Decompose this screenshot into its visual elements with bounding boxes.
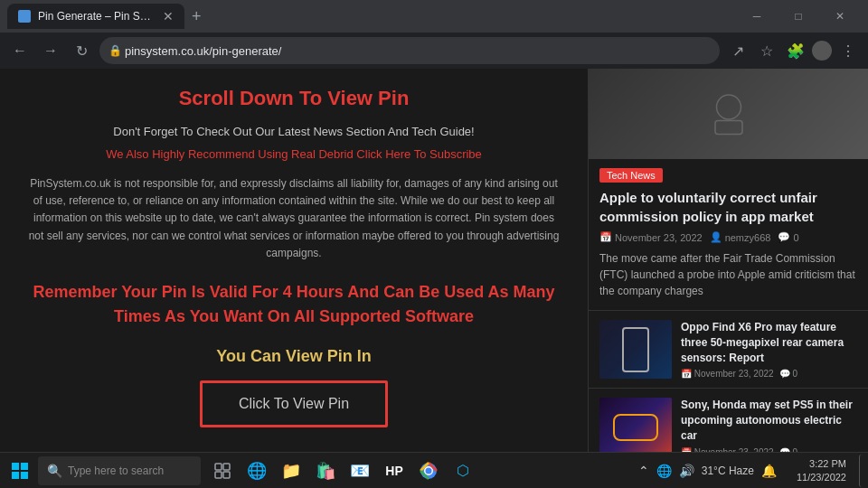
menu-icon[interactable]: ⋮ [835,38,861,63]
svg-rect-7 [223,464,230,470]
taskbar-edge-icon[interactable]: 🌐 [241,455,273,487]
main-news-article: Tech News Apple to voluntarily correct u… [589,159,868,311]
main-article-meta: 📅 November 23, 2022 👤 nemzy668 💬 0 [589,231,868,243]
oppo-article-meta: 📅 November 23, 2022 💬 0 [681,369,857,379]
minimize-button[interactable]: ─ [736,0,778,33]
extensions-icon[interactable]: 🧩 [783,38,808,63]
pin-notice: Remember Your Pin Is Valid For 4 Hours A… [27,280,561,329]
taskbar-task-view[interactable] [206,455,239,487]
svg-point-0 [716,95,741,119]
svg-rect-5 [21,472,28,479]
taskbar-right: ⌃ 🌐 🔊 31°C Haze 🔔 3:22 PM 11/23/2022 [631,455,864,487]
browser-chrome: Pin Generate – Pin System ✕ + ─ □ ✕ ← → … [0,0,868,69]
main-article-title[interactable]: Apple to voluntarily correct unfair comm… [589,188,868,226]
search-placeholder: Type here to search [68,465,164,477]
temperature-display: 31°C Haze [702,465,754,477]
user-icon: 👤 [710,231,722,243]
tab-favicon [18,10,31,23]
refresh-button[interactable]: ↻ [69,38,94,63]
taskbar: 🔍 Type here to search 🌐 📁 🛍️ 📧 HP [0,452,868,488]
disclaimer-text: PinSystem.co.uk is not responsible for, … [27,175,561,262]
article-author: 👤 nemzy668 [710,231,771,243]
view-pin-wrapper: Click To View Pin [27,380,561,427]
share-icon[interactable]: ↗ [725,38,750,63]
start-button[interactable] [4,455,36,487]
tab-close-btn[interactable]: ✕ [163,9,174,23]
comment-icon: 💬 [778,231,790,243]
svg-rect-1 [715,121,742,135]
oppo-article-info: Oppo Find X6 Pro may feature three 50-me… [681,320,857,379]
info-text: Don't Forget To Check Out Our Latest New… [27,125,561,138]
right-sidebar: Tech News Apple to voluntarily correct u… [588,69,868,452]
view-pin-label: You Can View Pin In [27,347,561,366]
tray-chevron[interactable]: ⌃ [638,464,649,478]
maximize-button[interactable]: □ [778,0,819,33]
address-bar: ← → ↻ 🔒 ↗ ☆ 🧩 ⋮ [0,33,868,69]
tab-title: Pin Generate – Pin System [38,10,156,23]
system-tray: ⌃ 🌐 🔊 31°C Haze 🔔 [631,464,784,478]
active-tab[interactable]: Pin Generate – Pin System ✕ [7,4,184,29]
view-pin-button[interactable]: Click To View Pin [200,380,388,427]
main-article-excerpt: The move came after the Fair Trade Commi… [589,250,868,311]
bookmark-icon[interactable]: ☆ [754,38,779,63]
profile-icon[interactable] [812,41,832,61]
address-wrapper: 🔒 [99,37,720,64]
oppo-thumbnail [599,320,672,379]
toolbar-icons: ↗ ☆ 🧩 ⋮ [725,38,861,63]
close-button[interactable]: ✕ [819,0,861,33]
sony-thumbnail [599,398,672,452]
left-content: Scroll Down To View Pin Don't Forget To … [0,69,588,452]
oppo-comments: 💬 0 [779,369,797,379]
sony-article-info: Sony, Honda may set PS5 in their upcomin… [681,398,857,452]
svg-rect-9 [223,472,230,478]
taskbar-explorer-icon[interactable]: 📁 [275,455,307,487]
back-button[interactable]: ← [7,38,33,63]
clock-display[interactable]: 3:22 PM 11/23/2022 [789,457,854,483]
article-comments: 💬 0 [778,231,798,243]
address-input[interactable] [99,37,720,64]
sidebar-top-image [589,69,868,159]
new-tab-button[interactable]: + [192,7,202,26]
tech-news-badge: Tech News [599,168,663,183]
svg-rect-8 [215,472,222,478]
news-item-oppo: Oppo Find X6 Pro may feature three 50-me… [589,311,868,389]
forward-button[interactable]: → [38,38,63,63]
taskbar-search[interactable]: 🔍 Type here to search [38,456,201,485]
clock-time: 3:22 PM [797,457,846,470]
taskbar-kodi-icon[interactable]: ⬡ [447,455,479,487]
main-area: Scroll Down To View Pin Don't Forget To … [0,69,868,452]
recommend-link[interactable]: We Also Highly Recommend Using Real Debr… [27,147,561,161]
taskbar-store-icon[interactable]: 🛍️ [309,455,342,487]
oppo-article-title[interactable]: Oppo Find X6 Pro may feature three 50-me… [681,320,857,365]
notifications-icon[interactable]: 🔔 [761,464,777,478]
clock-date: 11/23/2022 [797,471,846,483]
network-icon[interactable]: 🌐 [656,464,672,478]
speaker-icon[interactable]: 🔊 [679,464,694,478]
article-date: 📅 November 23, 2022 [599,231,703,243]
svg-rect-6 [215,464,222,470]
svg-rect-2 [12,463,19,470]
svg-rect-4 [12,472,19,479]
show-desktop-btn[interactable] [859,455,864,487]
taskbar-hp-icon[interactable]: HP [378,455,410,487]
sony-article-title[interactable]: Sony, Honda may set PS5 in their upcomin… [681,398,857,443]
scroll-title: Scroll Down To View Pin [27,87,561,110]
taskbar-mail-icon[interactable]: 📧 [344,455,376,487]
news-item-sony: Sony, Honda may set PS5 in their upcomin… [589,389,868,452]
taskbar-pinned-icons: 🌐 📁 🛍️ 📧 HP ⬡ [206,455,479,487]
calendar-icon: 📅 [599,231,612,243]
lock-icon: 🔒 [108,44,122,57]
svg-rect-3 [21,463,28,470]
svg-point-12 [426,467,432,474]
taskbar-chrome-icon[interactable] [412,455,445,487]
oppo-date: 📅 November 23, 2022 [681,369,774,379]
search-icon: 🔍 [47,464,62,478]
